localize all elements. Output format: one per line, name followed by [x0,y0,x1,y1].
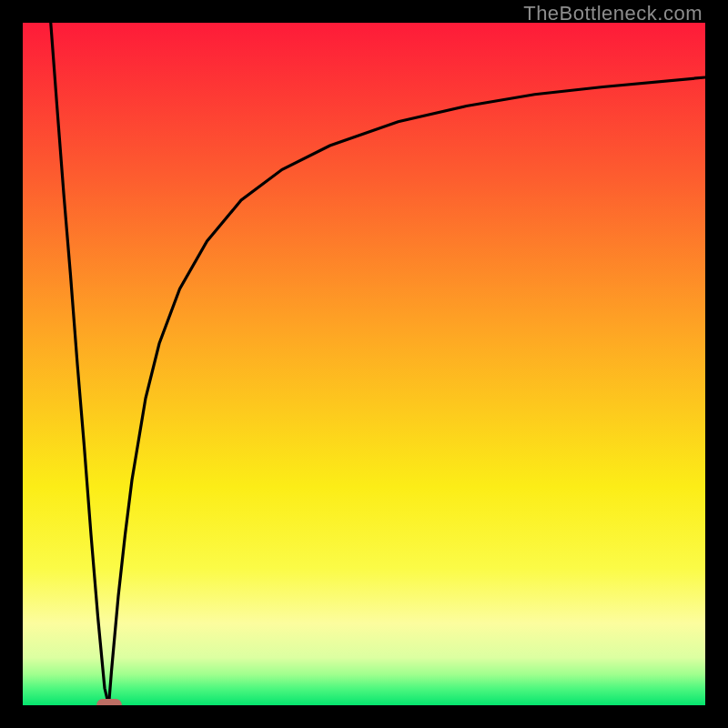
watermark-text: TheBottleneck.com [523,2,703,25]
curve-overlay [23,23,705,705]
plot-area [23,23,705,705]
chart-root: TheBottleneck.com [0,0,728,728]
bottleneck-marker [96,699,122,705]
plot-frame [0,0,728,728]
curve-descending [51,23,109,705]
curve-ascending [109,77,706,705]
